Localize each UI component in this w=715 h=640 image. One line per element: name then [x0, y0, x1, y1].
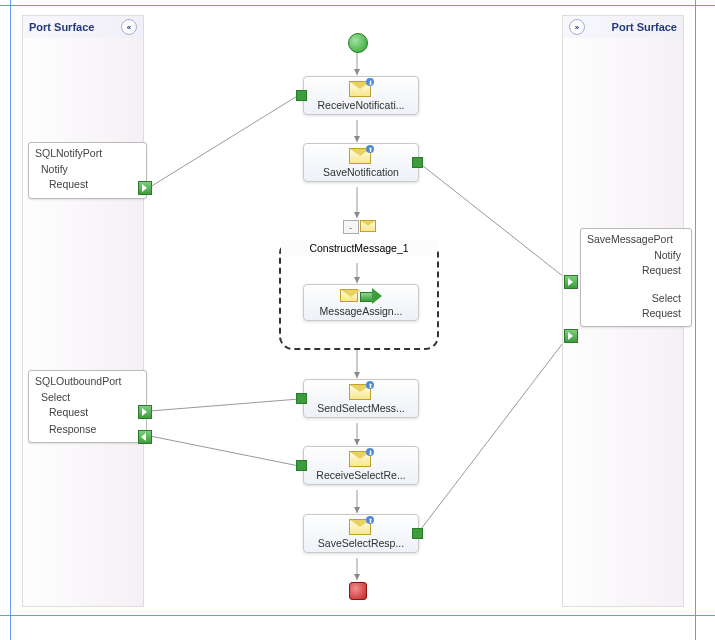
svg-line-8: [150, 95, 299, 187]
shape-receive-notification[interactable]: ⬇ ReceiveNotificati...: [303, 76, 419, 115]
end-icon: [349, 582, 367, 600]
endpoint-sql-outbound-request[interactable]: [138, 405, 152, 419]
port-surface-left: Port Surface «: [22, 15, 144, 607]
start-icon: [348, 33, 368, 53]
shape-message-assign[interactable]: MessageAssign...: [303, 284, 419, 321]
port-surface-left-header: Port Surface «: [23, 16, 143, 38]
shape-send-select-label: SendSelectMess...: [317, 402, 405, 414]
port-sql-notify-request: Request: [49, 178, 140, 192]
port-save-message-req2: Request: [587, 307, 681, 321]
envelope-icon: ⬆: [349, 519, 371, 535]
shape-save-notification[interactable]: ⬆ SaveNotification: [303, 143, 419, 182]
construct-header-icons: -: [281, 220, 437, 234]
shape-message-assign-label: MessageAssign...: [320, 305, 403, 317]
svg-line-11: [150, 436, 299, 466]
shape-receive-select[interactable]: ⬇ ReceiveSelectRe...: [303, 446, 419, 485]
shape-save-notification-label: SaveNotification: [323, 166, 399, 178]
envelope-icon: ⬇: [349, 81, 371, 97]
port-sql-notify-title: SQLNotifyPort: [35, 147, 140, 159]
shape-ep-receive-select[interactable]: [296, 460, 307, 471]
shape-ep-send-select[interactable]: [296, 393, 307, 404]
chevron-left-icon[interactable]: «: [121, 19, 137, 35]
port-save-message-op1: Notify: [587, 249, 681, 261]
svg-line-10: [150, 399, 299, 411]
shape-ep-save-select[interactable]: [412, 528, 423, 539]
shape-receive-select-label: ReceiveSelectRe...: [316, 469, 405, 481]
port-save-message-req1: Request: [587, 264, 681, 278]
endpoint-save-message-notify[interactable]: [564, 275, 578, 289]
port-surface-left-title: Port Surface: [29, 21, 94, 33]
port-save-message[interactable]: SaveMessagePort Notify Request Select Re…: [580, 228, 692, 327]
shape-save-select-label: SaveSelectResp...: [318, 537, 404, 549]
port-save-message-title: SaveMessagePort: [587, 233, 685, 245]
port-sql-outbound-op: Select: [41, 391, 140, 403]
envelope-icon: ⬇: [349, 451, 371, 467]
envelope-icon: ⬆: [349, 148, 371, 164]
svg-line-9: [418, 162, 569, 281]
shape-receive-notification-label: ReceiveNotificati...: [318, 99, 405, 111]
port-sql-outbound[interactable]: SQLOutboundPort Select Request Response: [28, 370, 147, 443]
envelope-icon: ⬆: [349, 384, 371, 400]
shape-ep-save-notification[interactable]: [412, 157, 423, 168]
port-sql-outbound-response: Response: [49, 423, 140, 437]
port-sql-notify-op: Notify: [41, 163, 140, 175]
port-save-message-op2: Select: [587, 292, 681, 304]
chevron-right-icon[interactable]: »: [569, 19, 585, 35]
endpoint-sql-notify-request[interactable]: [138, 181, 152, 195]
svg-line-12: [418, 335, 569, 533]
arrow-right-icon: [360, 289, 382, 303]
endpoint-save-message-select[interactable]: [564, 329, 578, 343]
port-surface-right-header: Port Surface »: [563, 16, 683, 38]
port-sql-outbound-title: SQLOutboundPort: [35, 375, 140, 387]
shape-save-select[interactable]: ⬆ SaveSelectResp...: [303, 514, 419, 553]
port-surface-right-title: Port Surface: [612, 21, 677, 33]
collapse-icon[interactable]: -: [343, 220, 359, 234]
envelope-icon: [340, 289, 358, 302]
port-sql-notify[interactable]: SQLNotifyPort Notify Request: [28, 142, 147, 199]
envelope-icon: [360, 220, 376, 232]
shape-send-select[interactable]: ⬆ SendSelectMess...: [303, 379, 419, 418]
shape-ep-receive-notification[interactable]: [296, 90, 307, 101]
construct-message-label: ConstructMessage_1: [281, 240, 437, 256]
port-sql-outbound-request: Request: [49, 406, 140, 420]
endpoint-sql-outbound-response[interactable]: [138, 430, 152, 444]
